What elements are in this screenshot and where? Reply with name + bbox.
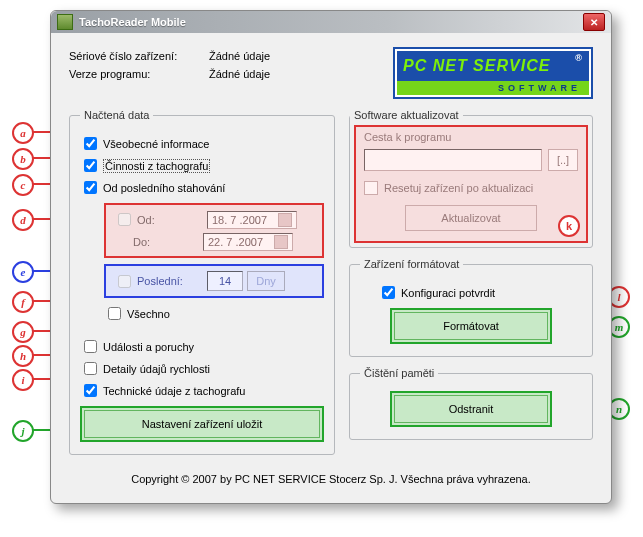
marker-i: i <box>12 369 34 391</box>
registered-icon: ® <box>575 51 583 63</box>
days-unit-button[interactable]: Dny <box>247 271 285 291</box>
from-date[interactable]: 18. 7 .2007 <box>207 211 297 229</box>
logo: PC NET SERVICE ® SOFTWARE <box>393 47 593 99</box>
save-settings-wrap: Nastavení zařízení uložit <box>80 406 324 442</box>
check-general-info-label: Všeobecné informace <box>103 138 209 150</box>
window: TachoReader Mobile ✕ Sériové číslo zaříz… <box>50 10 612 504</box>
marker-g: g <box>12 321 34 343</box>
last-days-box: Poslední: 14 Dny <box>104 264 324 298</box>
program-path-input[interactable] <box>364 149 542 171</box>
save-settings-label: Nastavení zařízení uložit <box>142 418 262 430</box>
check-tacho-activities-label: Činnosti z tachografu <box>103 159 210 173</box>
titlebar: TachoReader Mobile ✕ <box>51 11 611 33</box>
check-all[interactable] <box>108 307 121 320</box>
loaded-data-legend: Načtená data <box>80 109 153 121</box>
check-events-faults-label: Události a poruchy <box>103 341 194 353</box>
save-settings-button[interactable]: Nastavení zařízení uložit <box>84 410 320 438</box>
marker-c: c <box>12 174 34 196</box>
marker-a: a <box>12 122 34 144</box>
check-technical-data[interactable] <box>84 384 97 397</box>
logo-brand: PC NET SERVICE <box>403 57 550 75</box>
check-tacho-activities[interactable] <box>84 159 97 172</box>
version-label: Verze programu: <box>69 65 209 83</box>
marker-h: h <box>12 345 34 367</box>
update-button[interactable]: Aktualizovat <box>405 205 537 231</box>
serial-label: Sériové číslo zařízení: <box>69 47 209 65</box>
marker-k: k <box>558 215 580 237</box>
chevron-down-icon <box>274 235 288 249</box>
to-label: Do: <box>133 236 203 248</box>
marker-d: d <box>12 209 34 231</box>
format-device-legend: Zařízení formátovat <box>360 258 463 270</box>
clear-memory-group: Čištění paměti Odstranit <box>349 367 593 440</box>
app-icon <box>57 14 73 30</box>
copyright: Copyright © 2007 by PC NET SERVICE Stoce… <box>69 473 593 485</box>
check-speed-details[interactable] <box>84 362 97 375</box>
format-button[interactable]: Formátovat <box>394 312 548 340</box>
check-reset-after-update-label: Resetuj zařízení po aktualizaci <box>384 182 533 194</box>
serial-value: Žádné údaje <box>209 47 270 65</box>
date-range-box: Od: 18. 7 .2007 Do: 22. 7 .2007 <box>104 203 324 258</box>
to-date-value: 22. 7 .2007 <box>208 233 263 251</box>
chevron-down-icon <box>278 213 292 227</box>
close-button[interactable]: ✕ <box>583 13 605 31</box>
close-icon: ✕ <box>590 17 598 28</box>
check-confirm-config[interactable] <box>382 286 395 299</box>
device-info: Sériové číslo zařízení: Žádné údaje Verz… <box>69 47 393 99</box>
to-date[interactable]: 22. 7 .2007 <box>203 233 293 251</box>
browse-button[interactable]: [..] <box>548 149 578 171</box>
window-title: TachoReader Mobile <box>79 16 583 28</box>
check-speed-details-label: Detaily údajů rychlosti <box>103 363 210 375</box>
software-update-group: Software aktualizovat Cesta k programu [… <box>349 109 593 248</box>
software-update-legend: Software aktualizovat <box>350 109 463 121</box>
check-since-last-download-label: Od posledního stahování <box>103 182 225 194</box>
loaded-data-group: Načtená data Všeobecné informace Činnost… <box>69 109 335 455</box>
clear-memory-legend: Čištění paměti <box>360 367 438 379</box>
check-technical-data-label: Technické údaje z tachografu <box>103 385 245 397</box>
last-label: Poslední: <box>137 275 207 287</box>
clear-button-label: Odstranit <box>449 403 494 415</box>
from-label: Od: <box>137 214 207 226</box>
format-device-group: Zařízení formátovat Konfiguraci potvrdit… <box>349 258 593 357</box>
check-all-label: Všechno <box>127 308 170 320</box>
check-reset-after-update[interactable] <box>364 181 378 195</box>
clear-button[interactable]: Odstranit <box>394 395 548 423</box>
check-last[interactable] <box>118 275 131 288</box>
logo-sub: SOFTWARE <box>397 81 589 95</box>
from-date-value: 18. 7 .2007 <box>212 211 267 229</box>
check-confirm-config-label: Konfiguraci potvrdit <box>401 287 495 299</box>
browse-label: [..] <box>557 154 569 166</box>
check-events-faults[interactable] <box>84 340 97 353</box>
update-button-label: Aktualizovat <box>441 212 500 224</box>
content: Sériové číslo zařízení: Žádné údaje Verz… <box>51 33 611 491</box>
check-from[interactable] <box>118 213 131 226</box>
marker-f: f <box>12 291 34 313</box>
program-path-label: Cesta k programu <box>364 131 578 143</box>
marker-j: j <box>12 420 34 442</box>
marker-e: e <box>12 261 34 283</box>
check-general-info[interactable] <box>84 137 97 150</box>
version-value: Žádné údaje <box>209 65 270 83</box>
marker-b: b <box>12 148 34 170</box>
format-button-label: Formátovat <box>443 320 499 332</box>
last-days-value[interactable]: 14 <box>207 271 243 291</box>
check-since-last-download[interactable] <box>84 181 97 194</box>
